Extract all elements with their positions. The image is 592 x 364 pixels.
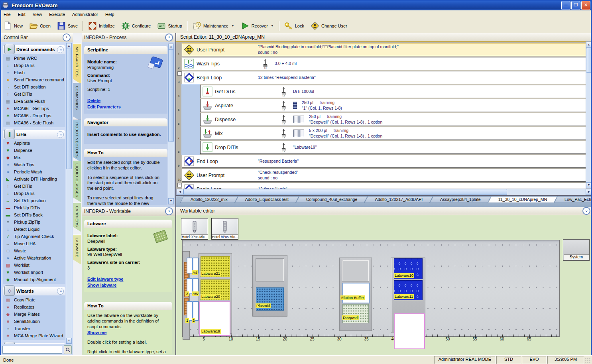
deepwell-plate[interactable] [342,304,369,323]
unlabeled-plate[interactable] [394,313,425,349]
control-bar-command[interactable]: ▦ MCA96 - Safe Flush [3,119,65,126]
maintenance-button[interactable]: Maintenance ▼ [189,20,238,32]
script-row[interactable]: 4 Get DiTis 1-8 DiTi 1000ul [200,85,586,98]
open-button[interactable]: Open [26,20,54,32]
initialize-button[interactable]: Initialize [85,20,118,32]
menu-help[interactable]: Help [102,11,118,18]
collapse-toggle[interactable]: − [177,71,182,76]
scroll-down-icon[interactable]: ▼ [66,338,72,344]
tab-carriers[interactable]: CARRIERS [73,203,81,232]
control-bar-command[interactable]: ↓ Drop DiTis [3,190,65,197]
script-row[interactable]: − 3 Begin Loop 12 times "Resuspend Bacte… [182,71,586,84]
minimize-button[interactable]: ─ [561,1,570,10]
tab-commands[interactable]: COMMANDS [73,83,81,122]
control-bar-command[interactable]: ≈ Flush [3,69,65,76]
hotel-carrier-button[interactable]: Hotel 9Pos Mic... [211,218,238,240]
script-tab[interactable]: Adolfo_LiquidClassTest [236,196,297,203]
collapse-chevron-icon[interactable]: « [57,344,64,344]
scrollbar-thumb[interactable] [183,189,507,195]
control-bar-command[interactable]: ▤ Prime WRC [3,55,65,62]
lock-button[interactable]: Lock [281,20,307,32]
script-row[interactable]: 9 End Loop "Resuspend Bacteria" [182,155,586,168]
maximize-button[interactable]: ❐ [571,1,580,10]
control-bar-command[interactable]: ◆ Manual Tip Alignment [3,276,65,283]
configure-button[interactable]: Configure [118,20,154,32]
script-row[interactable]: 1 User Prompt "Plasmid Binding plate in … [182,43,586,56]
collapse-panel-icon[interactable]: ‹ [63,33,71,41]
control-bar-command[interactable]: ▤ Worklist [3,262,65,269]
script-horizontal-scrollbar[interactable]: ◀ ▶ [176,189,592,195]
scroll-down-icon[interactable]: ▼ [168,198,174,204]
infopad-scrollbar[interactable]: ▲ ▼ [168,43,174,205]
edit-parameters-link[interactable]: Edit Parameters [87,104,121,110]
show-me-link[interactable]: Show me [87,330,106,336]
control-bar-group-header[interactable]: ◇ Wizards « [3,287,65,295]
control-bar-command[interactable]: → Set DiTi position [3,197,65,204]
empty-site[interactable] [342,260,369,281]
menu-execute[interactable]: Execute [45,11,69,18]
script-row[interactable]: 7 Mix 1-8 5 x 200 µltrainimg "Deepwell" … [200,127,586,140]
script-tab[interactable]: Adolfo_120222_mix [182,196,236,203]
close-button[interactable]: ✕ [581,1,590,10]
control-bar-command[interactable]: ◣ Activate DiTi Handling [3,175,65,183]
save-button[interactable]: Save [54,20,81,32]
resize-grip[interactable] [585,357,590,363]
delete-link[interactable]: Delete [87,98,100,104]
menu-file[interactable]: File [0,11,14,18]
control-bar-command[interactable]: ∗ Replicates [3,303,65,311]
change-user-button[interactable]: Change User [307,20,350,32]
control-bar-group-header[interactable]: ❚ LiHa « [3,130,65,139]
control-bar-command[interactable]: ∗ MCA Merge Plate Wizard [3,332,65,339]
collapse-toggle[interactable]: − [177,183,182,187]
script-row[interactable]: 10 User Prompt "Check resuspended"sound … [182,169,586,182]
control-bar-command[interactable]: → Move LIHA [3,240,65,247]
control-bar-command[interactable]: ≈ Active Washstation [3,254,65,262]
scroll-up-icon[interactable]: ▲ [586,42,592,48]
scrollbar-thumb[interactable] [586,48,592,73]
recover-button[interactable]: Recover ▼ [238,20,277,32]
collapse-chevron-icon[interactable]: « [57,131,64,138]
new-button[interactable]: New [0,20,26,32]
control-bar-command[interactable]: ≈ Periodic Wash [3,168,65,175]
control-bar-command[interactable]: ● Send Firmware command [3,76,65,83]
control-bar-command[interactable]: ▦ Copy Plate [3,296,65,303]
collapse-chevron-icon[interactable]: « [57,46,64,53]
control-bar-command[interactable]: ∩ Transfer [3,325,65,332]
script-tab[interactable]: Low_Pac_EchoPlates [556,196,592,203]
scroll-down-icon[interactable]: ▼ [586,182,592,188]
collapse-panel-icon[interactable]: ‹ [165,33,173,41]
control-bar-command[interactable]: ≈ Wash Tips [3,161,65,168]
search-button[interactable] [64,345,72,354]
control-bar-command[interactable]: ≡ SerialDilution [3,318,65,325]
control-bar-command[interactable]: ▼ Worklist Import [3,269,65,276]
system-carrier[interactable]: System [563,239,590,261]
control-bar-command[interactable]: ◆ Merge Plates [3,311,65,318]
script-tab[interactable]: 11_30_10_cDNAprep_MN [490,196,556,203]
tab-my-favorites[interactable]: MY FAVORITES [73,44,81,84]
startup-button[interactable]: Startup [154,20,185,32]
control-bar-command[interactable]: ↑ Get DiTis [3,91,65,98]
menu-view[interactable]: View [29,11,46,18]
control-bar-scrollbar[interactable]: ▲ ▼ [66,43,72,344]
script-tab[interactable]: Compound_40ul_exchange [297,196,366,203]
collapse-panel-icon[interactable]: ‹ [165,207,173,215]
control-bar-command[interactable]: ▼ Aspirate [3,140,65,147]
scroll-up-icon[interactable]: ▲ [66,43,72,49]
elution-buffer-trough[interactable] [342,283,370,303]
scroll-left-icon[interactable]: ◀ [177,189,183,195]
control-bar-command[interactable]: ▼ Dispense [3,147,65,154]
control-bar-command[interactable]: ▬ Pick Up DiTis [3,204,65,211]
control-bar-group-header[interactable]: ▶ Direct commands « [3,45,65,54]
collapse-chevron-icon[interactable]: « [57,288,64,295]
script-row[interactable]: 8 Drop DiTis 1-8 "Labware19" [200,141,586,154]
script-vertical-scrollbar[interactable]: ▲ ▼ [586,41,592,189]
script-tab[interactable]: Assayprep384_1plate [431,196,490,203]
menu-edit[interactable]: Edit [14,11,29,18]
menu-administrator[interactable]: Administrator [69,11,102,18]
tab-labware[interactable]: LABWARE [73,235,81,265]
control-bar-command[interactable]: ↓ Drop DiTis [3,62,65,69]
script-row[interactable]: 2 Wash Tips 1-8 3.0 + 4.0 ml [182,57,586,70]
control-bar-command[interactable]: ▦ LiHa Safe Flush [3,98,65,105]
control-bar-command[interactable]: ◆ Mix [3,154,65,161]
hotel-carrier-button[interactable]: Hotel 9Pos Mic... [181,218,208,240]
